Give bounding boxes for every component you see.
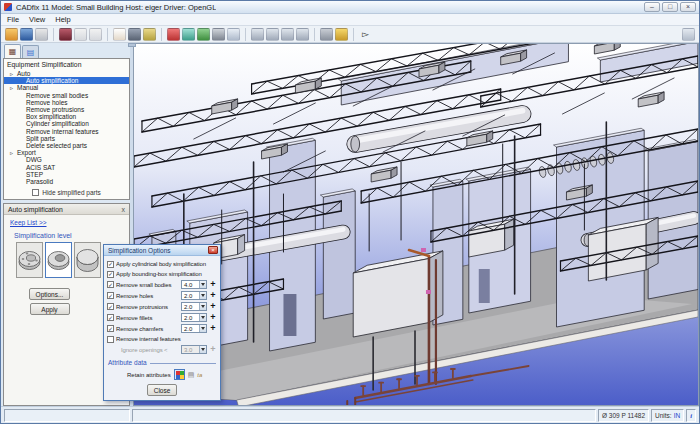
dialog-title-bar[interactable]: Simplification Options × [104,245,220,256]
app-icon [4,3,12,11]
remove-chamfers-select[interactable]: 2.0 [181,324,207,333]
checkbox-icon[interactable]: ✓ [107,314,114,321]
select-cursor-icon[interactable]: ▻ [359,28,372,41]
status-left-cell [4,409,130,422]
tree-item-cylinder-simplification[interactable]: Cylinder simplification [4,120,129,127]
tab-tools[interactable]: ▦ [4,44,21,58]
tree-item-remove-holes[interactable]: Remove holes [4,99,129,106]
remove-fillets-select[interactable]: 2.0 [181,313,207,322]
text-attributes-icon[interactable]: ta [197,372,202,378]
tree-item-auto-simplification[interactable]: Auto simplification [4,77,129,84]
fit-view-icon[interactable] [251,28,264,41]
dialog-close-button[interactable]: Close [147,384,178,396]
tree-item-delete-selected-parts[interactable]: Delete selected parts [4,142,129,149]
dialog-close-icon[interactable]: × [208,246,218,254]
washer-thumb-image [46,244,71,276]
tree-item-dwg[interactable]: DWG [4,156,129,163]
tree-item-parasolid[interactable]: Parasolid [4,178,129,185]
splitter-grip[interactable] [128,43,136,47]
chevron-down-icon[interactable] [199,325,206,332]
maximize-button[interactable]: □ [662,2,678,12]
remove-small-bodies-row: ✓ Remove small bodies 4.0 + [107,279,217,290]
checkbox-icon[interactable]: ✓ [107,271,114,278]
expander-icon[interactable]: ▹ [10,84,15,91]
level-detailed-thumb[interactable] [16,242,43,278]
tree-item-remove-small-bodies[interactable]: Remove small bodies [4,92,129,99]
level-medium-thumb[interactable] [45,242,72,278]
chevron-down-icon[interactable] [199,314,206,321]
pick-value-icon[interactable]: + [209,280,217,289]
bounding-box-row: ✓ Apply bounding-box simplification [107,269,217,279]
minimize-button[interactable]: – [644,2,660,12]
tree-item-acis-sat[interactable]: ACIS SAT [4,163,129,170]
highlight-icon[interactable] [335,28,348,41]
delete-icon[interactable] [167,28,180,41]
menu-help[interactable]: Help [55,15,70,24]
chevron-down-icon[interactable] [199,281,206,288]
pick-value-icon: + [209,345,217,354]
remove-holes-select[interactable]: 2.0 [181,291,207,300]
checkbox-icon[interactable]: ✓ [107,281,114,288]
wizard-icon[interactable] [59,28,72,41]
color-attributes-icon[interactable] [174,369,185,380]
menu-view[interactable]: View [29,15,45,24]
app-window: CADfix 11 Model: Small Building Host: ei… [0,0,700,424]
keep-list-link[interactable]: Keep List >> [10,219,129,226]
layer-attributes-icon[interactable]: ▤ [188,371,195,379]
options-button[interactable]: Options... [29,288,71,300]
tree-group-export[interactable]: ▹Export [4,149,129,156]
checkbox-icon[interactable]: ✓ [107,303,114,310]
pick-value-icon[interactable]: + [209,313,217,322]
hide-simplified-parts-checkbox[interactable]: ✓ Hide simplified parts [4,186,129,199]
pick-value-icon[interactable]: + [209,291,217,300]
remove-small-bodies-select[interactable]: 4.0 [181,280,207,289]
pan-view-icon[interactable] [296,28,309,41]
remove-protrusions-select[interactable]: 2.0 [181,302,207,311]
back-arrow-icon[interactable] [128,28,141,41]
redo-icon[interactable] [89,28,102,41]
expander-icon[interactable]: ▹ [10,70,15,77]
dock-icon[interactable] [682,28,695,41]
remove-fillets-row: ✓ Remove fillets 2.0 + [107,312,217,323]
info-icon[interactable]: i [686,409,696,422]
tree-item-step[interactable]: STEP [4,171,129,178]
save-model-icon[interactable] [20,28,33,41]
tab-tree[interactable]: ▤ [22,45,39,58]
apply-button[interactable]: Apply [30,303,70,315]
close-button[interactable]: × [680,2,696,12]
tree-header: Equipment Simplification [4,59,129,69]
undo-icon[interactable] [74,28,87,41]
zoom-window-icon[interactable] [266,28,279,41]
panel-close-icon[interactable]: x [122,206,126,213]
units-field[interactable]: Units:IN [651,409,684,422]
view-box-icon[interactable] [227,28,240,41]
tree-group-auto[interactable]: ▹Auto [4,70,129,77]
view-hidden-line-icon[interactable] [212,28,225,41]
rotate-view-icon[interactable] [281,28,294,41]
snapshot-icon[interactable] [320,28,333,41]
open-model-icon[interactable] [5,28,18,41]
checkbox-icon[interactable]: ✓ [107,261,114,268]
chevron-down-icon[interactable] [199,303,206,310]
pick-value-icon[interactable]: + [209,302,217,311]
tree-item-remove-protrusions[interactable]: Remove protrusions [4,106,129,113]
pick-value-icon[interactable]: + [209,324,217,333]
tree-item-split-parts[interactable]: Split parts [4,135,129,142]
level-simple-thumb[interactable] [74,242,101,278]
checkbox-icon[interactable]: ✓ [107,336,114,343]
tree-group-manual[interactable]: ▹Manual [4,84,129,91]
view-wireframe-icon[interactable] [182,28,195,41]
edit-toggle-icon[interactable] [113,28,126,41]
ignore-openings-select: 3.0 [181,345,207,354]
checkbox-icon[interactable]: ✓ [107,292,114,299]
checkbox-icon[interactable]: ✓ [32,189,39,196]
chevron-down-icon[interactable] [199,292,206,299]
checkbox-icon[interactable]: ✓ [107,325,114,332]
import-icon[interactable] [35,28,48,41]
tree-item-remove-internal-features[interactable]: Remove internal features [4,128,129,135]
tree-item-box-simplification[interactable]: Box simplification [4,113,129,120]
menu-file[interactable]: File [7,15,19,24]
view-shaded-icon[interactable] [197,28,210,41]
copy-icon[interactable] [143,28,156,41]
expander-icon[interactable]: ▹ [10,149,15,156]
